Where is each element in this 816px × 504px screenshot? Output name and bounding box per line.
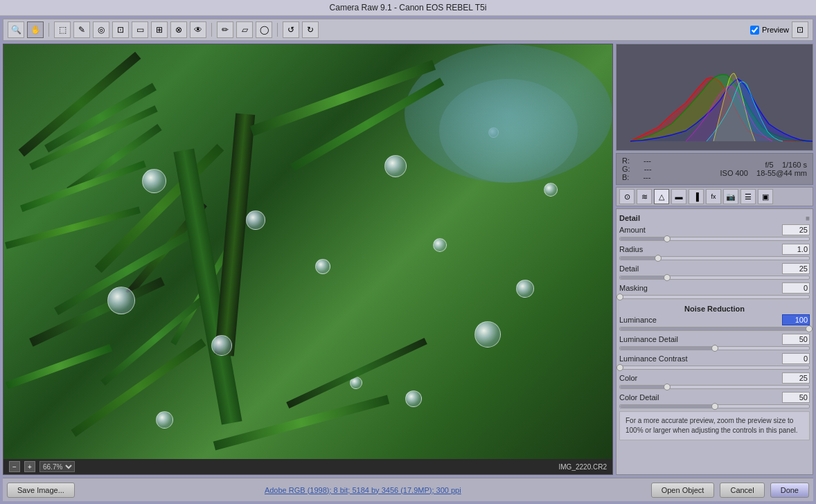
- slider-row-color-detail: Color Detail: [619, 392, 810, 408]
- preview-label[interactable]: Preview: [750, 26, 789, 35]
- adjustments-panel: Detail ≡ Amount Radius Detail: [616, 208, 813, 475]
- exif-info: f/5 1/160 s ISO 400 18-55@44 mm: [720, 161, 807, 177]
- section-menu-btn[interactable]: ≡: [806, 215, 810, 222]
- slider-row-masking: Masking: [619, 282, 810, 299]
- slider-value-luminance-contrast[interactable]: [782, 353, 810, 364]
- tool-separator-3: [277, 23, 278, 37]
- slider-label-color: Color: [619, 374, 637, 382]
- hand-tool[interactable]: ✋: [27, 21, 44, 38]
- tab-lens[interactable]: fx: [706, 189, 721, 204]
- transform-tool[interactable]: ⊞: [151, 21, 168, 38]
- slider-value-radius[interactable]: [782, 244, 810, 255]
- tab-detail[interactable]: △: [654, 189, 669, 204]
- slider-label-row-luminance-detail: Luminance Detail: [619, 334, 810, 345]
- slider-row-color: Color: [619, 372, 810, 389]
- image-panel: − + 66.7% 100% 50% IMG_2220.CR2: [3, 44, 613, 475]
- slider-thumb-color-detail[interactable]: [711, 403, 718, 410]
- slider-label-row-color-detail: Color Detail: [619, 392, 810, 403]
- red-eye-tool[interactable]: 👁: [190, 21, 206, 38]
- tab-hsl[interactable]: ▬: [671, 189, 686, 204]
- preview-text: Preview: [762, 26, 789, 34]
- radial-filter-tool[interactable]: ◯: [256, 21, 272, 38]
- tab-presets[interactable]: ☰: [740, 189, 756, 204]
- filename-label: IMG_2220.CR2: [559, 463, 607, 471]
- slider-track-color[interactable]: [619, 385, 810, 389]
- slider-value-luminance[interactable]: [782, 314, 810, 325]
- slider-label-row-color: Color: [619, 372, 810, 384]
- tab-split-tone[interactable]: ▐: [689, 189, 704, 204]
- slider-track-masking[interactable]: [619, 295, 810, 299]
- image-canvas[interactable]: [3, 44, 612, 459]
- slider-track-detail[interactable]: [619, 276, 810, 280]
- panel-tabs: ⊙ ≋ △ ▬ ▐ fx 📷 ☰ ▣: [616, 187, 813, 206]
- tab-snapshots[interactable]: ▣: [758, 189, 773, 204]
- slider-label-row-masking: Masking: [619, 282, 810, 294]
- file-info-link[interactable]: Adobe RGB (1998); 8 bit; 5184 by 3456 (1…: [265, 486, 461, 494]
- save-image-btn[interactable]: Save Image...: [7, 483, 75, 498]
- slider-track-luminance-contrast[interactable]: [619, 366, 810, 370]
- targeted-adj-tool[interactable]: ◎: [93, 21, 109, 38]
- tab-tone-curve[interactable]: ≋: [637, 189, 652, 204]
- slider-label-radius: Radius: [619, 245, 643, 253]
- slider-thumb-detail[interactable]: [664, 274, 671, 281]
- adj-brush-tool[interactable]: ✏: [217, 21, 233, 38]
- tab-camera-cal[interactable]: 📷: [723, 189, 738, 204]
- slider-row-amount: Amount: [619, 224, 810, 241]
- shutter: 1/160 s: [782, 161, 807, 169]
- slider-thumb-masking[interactable]: [617, 294, 623, 300]
- slider-track-luminance[interactable]: [619, 327, 810, 331]
- slider-track-amount[interactable]: [619, 237, 810, 241]
- zoom-out-btn[interactable]: −: [9, 461, 20, 472]
- tool-separator-1: [48, 23, 49, 37]
- iso: ISO 400: [720, 169, 747, 177]
- slider-value-detail[interactable]: [782, 263, 810, 274]
- zoom-tool[interactable]: 🔍: [8, 21, 24, 38]
- slider-label-luminance-detail: Luminance Detail: [619, 335, 678, 343]
- slider-value-masking[interactable]: [782, 282, 810, 294]
- slider-track-color-detail[interactable]: [619, 404, 810, 408]
- preview-checkbox[interactable]: [750, 26, 759, 35]
- straighten-tool[interactable]: ▭: [132, 21, 148, 38]
- slider-value-color[interactable]: [782, 372, 810, 384]
- bottom-right: Open Object Cancel Done: [651, 483, 809, 498]
- histogram-svg: [617, 44, 813, 150]
- slider-row-radius: Radius: [619, 244, 810, 260]
- slider-label-luminance-contrast: Luminance Contrast: [619, 354, 687, 363]
- slider-label-color-detail: Color Detail: [619, 393, 659, 402]
- footer-left: − + 66.7% 100% 50%: [9, 461, 75, 472]
- slider-thumb-color[interactable]: [664, 384, 671, 390]
- slider-value-amount[interactable]: [782, 224, 810, 235]
- rgb-values: R: --- G: --- B: ---: [622, 156, 652, 181]
- grad-filter-tool[interactable]: ▱: [236, 21, 253, 38]
- slider-track-radius[interactable]: [619, 256, 810, 260]
- slider-value-luminance-detail[interactable]: [782, 334, 810, 345]
- r-label: R:: [622, 156, 630, 165]
- section-header-detail: Detail ≡: [619, 212, 810, 224]
- slider-value-color-detail[interactable]: [782, 392, 810, 403]
- rotate-ccw-tool[interactable]: ↺: [283, 21, 299, 38]
- slider-thumb-amount[interactable]: [664, 235, 671, 242]
- crop-tool[interactable]: ⊡: [112, 21, 129, 38]
- slider-thumb-luminance-contrast[interactable]: [617, 364, 623, 371]
- slider-thumb-luminance[interactable]: [806, 325, 813, 332]
- open-object-btn[interactable]: Open Object: [651, 483, 715, 498]
- color-sampler-tool[interactable]: ✎: [73, 21, 90, 38]
- lens: 18-55@44 mm: [756, 169, 807, 177]
- right-panel: R: --- G: --- B: ---: [616, 44, 813, 475]
- slider-track-luminance-detail[interactable]: [619, 346, 810, 350]
- tab-basic[interactable]: ⊙: [619, 189, 635, 204]
- slider-label-detail: Detail: [619, 264, 639, 273]
- spot-removal-tool[interactable]: ⊗: [170, 21, 187, 38]
- fullscreen-btn[interactable]: ⊡: [792, 21, 808, 38]
- title-bar: Camera Raw 9.1 - Canon EOS REBEL T5i: [0, 0, 816, 16]
- zoom-in-btn[interactable]: +: [24, 461, 35, 472]
- cancel-btn[interactable]: Cancel: [720, 483, 764, 498]
- image-footer: − + 66.7% 100% 50% IMG_2220.CR2: [3, 459, 612, 474]
- slider-thumb-radius[interactable]: [655, 255, 662, 262]
- white-balance-tool[interactable]: ⬚: [54, 21, 71, 38]
- slider-thumb-luminance-detail[interactable]: [711, 345, 718, 352]
- done-btn[interactable]: Done: [770, 483, 809, 498]
- rotate-cw-tool[interactable]: ↻: [302, 21, 319, 38]
- aperture: f/5: [765, 161, 773, 169]
- zoom-select[interactable]: 66.7% 100% 50%: [39, 461, 75, 472]
